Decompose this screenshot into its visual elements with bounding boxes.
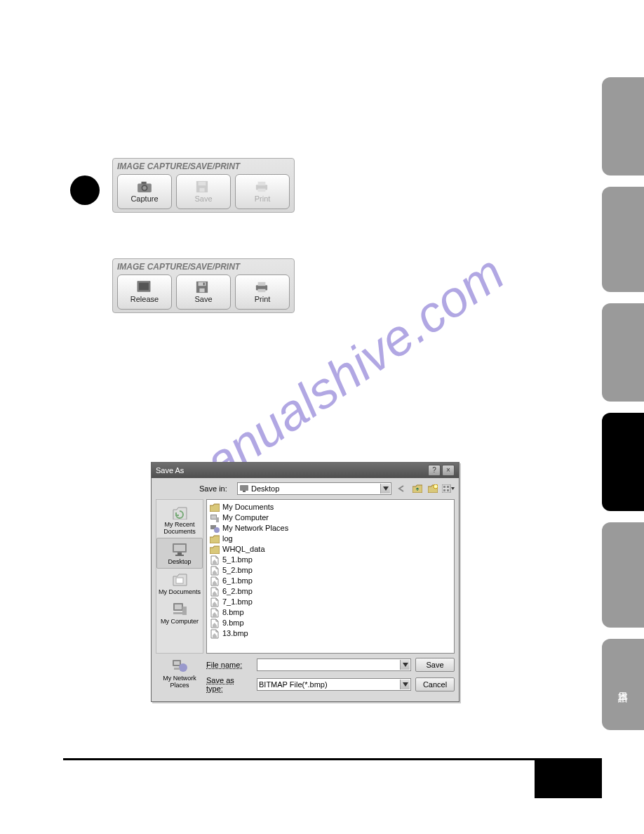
place-network-label[interactable]: My Network Places	[156, 675, 203, 689]
svg-rect-8	[258, 182, 266, 185]
panel-title: IMAGE CAPTURE/SAVE/PRINT	[117, 161, 290, 171]
release-button[interactable]: Release	[117, 274, 172, 310]
save-label: Save	[194, 194, 212, 203]
place-mydocs-label: My Documents	[159, 588, 201, 595]
file-item[interactable]: 8.bmp	[210, 607, 451, 618]
capture-button[interactable]: Capture	[117, 174, 172, 209]
svg-rect-25	[443, 489, 445, 491]
computer-icon	[171, 601, 188, 616]
file-item[interactable]: log	[210, 534, 451, 544]
file-item[interactable]: 5_2.bmp	[210, 565, 451, 576]
file-list[interactable]: My DocumentsMy ComputerMy Network Places…	[206, 499, 455, 654]
title-bar: Save As ? ×	[152, 463, 459, 478]
savetype-combo[interactable]: BITMAP File(*.bmp)	[257, 678, 411, 691]
footer-divider	[63, 758, 602, 760]
up-folder-icon[interactable]	[411, 482, 424, 495]
documents-icon	[171, 571, 188, 587]
places-bar: My Recent Documents Desktop My Documents	[156, 499, 203, 654]
svg-rect-14	[199, 289, 204, 292]
file-item[interactable]: My Computer	[210, 512, 451, 523]
svg-point-43	[179, 663, 187, 672]
folder-icon	[210, 545, 220, 555]
image-icon	[210, 555, 220, 565]
chevron-down-icon[interactable]	[400, 680, 410, 689]
camera-icon	[137, 180, 152, 193]
side-tab-1[interactable]	[602, 77, 644, 176]
printer-icon	[255, 180, 270, 193]
file-item[interactable]: 7_1.bmp	[210, 597, 451, 607]
file-item[interactable]: My Documents	[210, 502, 451, 512]
panel-title-2: IMAGE CAPTURE/SAVE/PRINT	[117, 262, 290, 272]
image-icon	[210, 566, 220, 576]
file-item-label: 7_1.bmp	[222, 597, 253, 607]
printer-icon	[255, 281, 270, 293]
save-button-disabled: Save	[176, 174, 231, 209]
image-icon	[210, 608, 220, 618]
file-item[interactable]: WHQL_data	[210, 544, 451, 555]
file-item-label: 9.bmp	[222, 618, 244, 628]
svg-rect-28	[174, 545, 185, 551]
place-desktop-label: Desktop	[168, 558, 191, 565]
back-icon[interactable]	[396, 482, 408, 495]
file-item[interactable]: 9.bmp	[210, 618, 451, 628]
place-recent-label: My Recent Documents	[158, 521, 201, 535]
desktop-icon	[171, 541, 188, 557]
place-mycomp-label: My Computer	[161, 618, 199, 625]
savetype-label: Save as type:	[206, 676, 253, 693]
footer-pageno-box	[535, 760, 602, 798]
help-button[interactable]: ?	[428, 465, 441, 476]
file-item-label: My Documents	[222, 502, 274, 512]
image-icon	[137, 281, 152, 293]
file-item[interactable]: 13.bmp	[210, 628, 451, 639]
cancel-dialog-button[interactable]: Cancel	[415, 677, 455, 691]
svg-rect-22	[442, 484, 450, 493]
side-tab-3[interactable]	[602, 303, 644, 402]
svg-rect-30	[175, 555, 184, 556]
save-in-label: Save in:	[199, 484, 233, 493]
file-item-label: 6_2.bmp	[222, 586, 253, 597]
toolbar-panel-before: IMAGE CAPTURE/SAVE/PRINT Capture Save Pr…	[112, 158, 295, 213]
savetype-value: BITMAP File(*.bmp)	[259, 680, 328, 689]
place-recent[interactable]: My Recent Documents	[156, 501, 203, 538]
place-desktop[interactable]: Desktop	[156, 538, 203, 569]
place-mycomp[interactable]: My Computer	[156, 598, 203, 628]
save-dialog-button[interactable]: Save	[415, 658, 455, 672]
svg-rect-44	[174, 668, 180, 670]
floppy-icon	[196, 180, 211, 193]
release-label: Release	[130, 295, 159, 303]
save-as-dialog: Save As ? × Save in: Desktop	[151, 462, 459, 702]
place-mydocs[interactable]: My Documents	[156, 569, 203, 598]
dialog-title: Save As	[156, 466, 427, 475]
save-in-combo[interactable]: Desktop	[237, 482, 391, 495]
svg-rect-19	[240, 485, 248, 491]
chevron-down-icon[interactable]	[380, 484, 390, 494]
print-button[interactable]: Print	[235, 274, 290, 310]
recent-icon	[171, 504, 188, 519]
side-tab-4-active[interactable]	[602, 413, 644, 511]
close-button[interactable]: ×	[442, 465, 455, 476]
computer-icon	[210, 513, 220, 523]
chevron-down-icon[interactable]	[400, 660, 410, 670]
side-tab-2[interactable]	[602, 187, 644, 292]
file-item-label: 6_1.bmp	[222, 576, 253, 586]
side-tabs: 日本語	[602, 77, 644, 834]
file-item[interactable]: 5_1.bmp	[210, 555, 451, 565]
file-item[interactable]: 6_1.bmp	[210, 576, 451, 586]
floppy-icon	[196, 281, 211, 293]
new-folder-icon[interactable]	[427, 482, 439, 495]
filename-input[interactable]	[257, 658, 411, 671]
file-item[interactable]: My Network Places	[210, 523, 451, 534]
svg-rect-6	[199, 188, 204, 192]
folder-icon	[210, 503, 220, 512]
desktop-icon	[239, 484, 249, 494]
image-icon	[210, 629, 220, 639]
file-item[interactable]: 6_2.bmp	[210, 586, 451, 597]
save-button[interactable]: Save	[176, 274, 231, 310]
view-menu-icon[interactable]	[442, 482, 455, 495]
side-tab-japanese[interactable]: 日本語	[602, 639, 644, 730]
print-button-disabled: Print	[235, 174, 290, 209]
side-tab-5[interactable]	[602, 522, 644, 628]
svg-rect-1	[142, 182, 147, 185]
svg-rect-17	[258, 282, 266, 286]
image-icon	[210, 587, 220, 597]
